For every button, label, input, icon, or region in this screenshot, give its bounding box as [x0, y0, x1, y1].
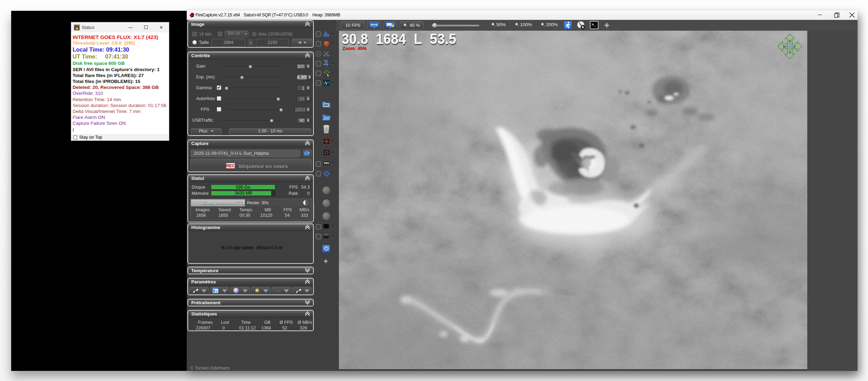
svg-text:E: E — [793, 44, 796, 49]
svg-text:S: S — [788, 49, 791, 55]
svg-text:W: W — [782, 44, 787, 49]
svg-text:N: N — [788, 38, 792, 44]
